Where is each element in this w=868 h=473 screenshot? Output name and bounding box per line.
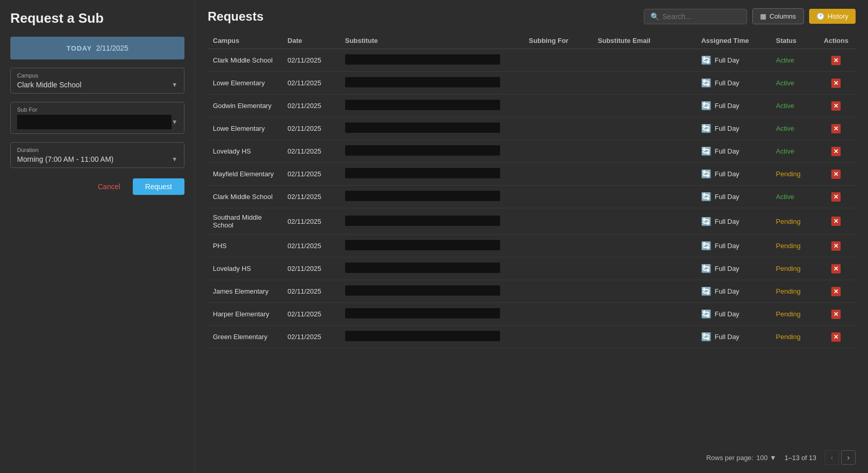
status-badge: Active [776, 193, 794, 201]
delete-button[interactable]: ✕ [822, 170, 850, 179]
duration-label: Duration [17, 147, 178, 153]
delete-button[interactable]: ✕ [822, 264, 850, 273]
date-cell: 02/11/2025 [283, 72, 340, 95]
assigned-time-value: Full Day [715, 102, 739, 110]
status-badge: Active [776, 79, 794, 87]
email-cell [593, 140, 696, 163]
request-button[interactable]: Request [133, 178, 184, 195]
date-cell: 02/11/2025 [283, 303, 340, 326]
assigned-time-cell: 🔄 Full Day [696, 117, 771, 140]
actions-cell: ✕ [817, 280, 856, 303]
rows-per-page-label: Rows per page: [706, 454, 753, 462]
rows-per-page: Rows per page: 100 ▼ [706, 454, 777, 462]
campus-cell: James Elementary [208, 280, 283, 303]
substitute-redacted [345, 77, 500, 87]
actions-cell: ✕ [817, 117, 856, 140]
refresh-icon: 🔄 [701, 78, 711, 88]
search-bar[interactable]: 🔍 [644, 9, 747, 24]
date-cell: 02/11/2025 [283, 95, 340, 117]
table-row: PHS 02/11/2025 🔄 Full Day Pending ✕ [208, 235, 856, 257]
svg-text:✕: ✕ [833, 125, 839, 132]
assigned-time-value: Full Day [715, 287, 739, 295]
table-row: James Elementary 02/11/2025 🔄 Full Day P… [208, 280, 856, 303]
table-footer: Rows per page: 100 ▼ 1–13 of 13 ‹ › [208, 444, 856, 465]
substitute-cell [340, 163, 524, 186]
delete-button[interactable]: ✕ [822, 310, 850, 319]
actions-cell: ✕ [817, 163, 856, 186]
pagination-info: 1–13 of 13 [785, 454, 816, 462]
delete-button[interactable]: ✕ [822, 101, 850, 111]
status-cell: Pending [771, 326, 817, 348]
status-badge: Active [776, 125, 794, 132]
refresh-icon: 🔄 [701, 124, 711, 133]
delete-button[interactable]: ✕ [822, 124, 850, 133]
today-button[interactable]: TODAY 2/11/2025 [10, 37, 184, 59]
date-cell: 02/11/2025 [283, 163, 340, 186]
campus-chevron-icon: ▼ [172, 81, 178, 88]
action-buttons: Cancel Request [10, 178, 184, 195]
app-layout: Request a Sub TODAY 2/11/2025 Campus Cla… [0, 0, 868, 473]
substitute-redacted [345, 308, 500, 318]
assigned-time-cell: 🔄 Full Day [696, 140, 771, 163]
status-badge: Pending [776, 333, 801, 341]
svg-text:✕: ✕ [833, 57, 839, 64]
status-cell: Active [771, 72, 817, 95]
subbing-cell [524, 257, 593, 280]
date-cell: 02/11/2025 [283, 140, 340, 163]
next-page-button[interactable]: › [841, 450, 856, 465]
status-badge: Pending [776, 287, 801, 295]
substitute-redacted [345, 168, 500, 178]
subbing-cell [524, 326, 593, 348]
columns-button[interactable]: ▦ Columns [752, 8, 803, 24]
rows-select-chevron-icon: ▼ [770, 454, 777, 462]
email-cell [593, 235, 696, 257]
substitute-cell [340, 235, 524, 257]
date-cell: 02/11/2025 [283, 117, 340, 140]
delete-button[interactable]: ✕ [822, 241, 850, 251]
campus-label: Campus [17, 72, 178, 79]
email-cell [593, 163, 696, 186]
campus-field[interactable]: Campus Clark Middle School ▼ [10, 68, 184, 94]
duration-field[interactable]: Duration Morning (7:00 AM - 11:00 AM) ▼ [10, 142, 184, 168]
assigned-time-value: Full Day [715, 242, 739, 250]
delete-button[interactable]: ✕ [822, 217, 850, 226]
date-cell: 02/11/2025 [283, 208, 340, 235]
delete-button[interactable]: ✕ [822, 192, 850, 202]
actions-cell: ✕ [817, 95, 856, 117]
requests-title: Requests [208, 9, 264, 24]
email-cell [593, 117, 696, 140]
today-date: 2/11/2025 [96, 44, 128, 52]
delete-button[interactable]: ✕ [822, 147, 850, 156]
subbing-cell [524, 140, 593, 163]
svg-text:✕: ✕ [833, 171, 839, 178]
delete-button[interactable]: ✕ [822, 287, 850, 296]
delete-button[interactable]: ✕ [822, 79, 850, 88]
cancel-button[interactable]: Cancel [91, 178, 127, 195]
assigned-time-value: Full Day [715, 265, 739, 272]
table-row: Lovelady HS 02/11/2025 🔄 Full Day Active… [208, 140, 856, 163]
rows-select[interactable]: 100 ▼ [756, 454, 777, 462]
svg-text:✕: ✕ [833, 193, 839, 201]
delete-button[interactable]: ✕ [822, 56, 850, 65]
th-time: Assigned Time [696, 33, 771, 49]
status-cell: Pending [771, 163, 817, 186]
campus-cell: Godwin Elementary [208, 95, 283, 117]
left-panel: Request a Sub TODAY 2/11/2025 Campus Cla… [0, 0, 195, 473]
delete-button[interactable]: ✕ [822, 332, 850, 342]
refresh-icon: 🔄 [701, 146, 711, 156]
substitute-cell [340, 95, 524, 117]
prev-page-button[interactable]: ‹ [825, 450, 839, 465]
right-panel: Requests 🔍 ▦ Columns 🕐 History [195, 0, 868, 473]
campus-cell: Harper Elementary [208, 303, 283, 326]
search-input[interactable] [662, 12, 735, 21]
history-button[interactable]: 🕐 History [809, 9, 856, 24]
rows-per-page-value: 100 [756, 454, 768, 462]
refresh-icon: 🔄 [701, 55, 711, 65]
th-date: Date [283, 33, 340, 49]
date-cell: 02/11/2025 [283, 326, 340, 348]
email-cell [593, 326, 696, 348]
actions-cell: ✕ [817, 257, 856, 280]
sub-for-input[interactable] [17, 115, 172, 129]
status-badge: Pending [776, 242, 801, 250]
refresh-icon: 🔄 [701, 101, 711, 111]
